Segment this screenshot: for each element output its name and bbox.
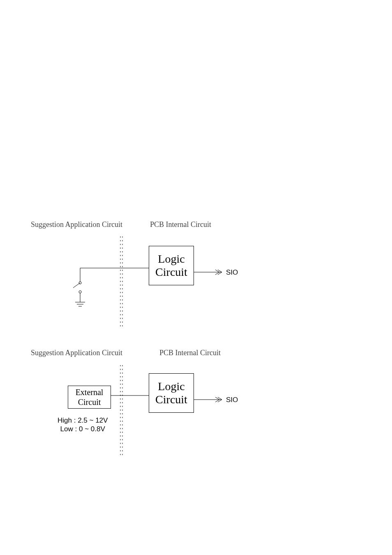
external-circuit-box: External Circuit — [68, 386, 111, 409]
logic-circuit-box-2: Logic Circuit — [149, 373, 194, 413]
label-pcb-internal-1: PCB Internal Circuit — [150, 220, 211, 229]
voltage-high: High : 2.5 ~ 12V — [58, 416, 108, 425]
diagram-svg — [0, 0, 392, 555]
wires-1 — [73, 268, 149, 306]
logic-line2-2: Circuit — [149, 393, 194, 406]
voltage-levels: High : 2.5 ~ 12V Low : 0 ~ 0.8V — [58, 416, 108, 434]
page: Suggestion Application Circuit PCB Inter… — [0, 0, 392, 555]
label-suggestion-2: Suggestion Application Circuit — [31, 349, 122, 357]
logic-line1-2: Logic — [149, 380, 194, 393]
svg-line-5 — [73, 283, 80, 288]
label-pcb-internal-2: PCB Internal Circuit — [159, 349, 221, 357]
divider-1 — [120, 236, 122, 329]
voltage-low: Low : 0 ~ 0.8V — [58, 425, 108, 433]
logic-line1-1: Logic — [149, 252, 194, 266]
logic-circuit-box-1: Logic Circuit — [149, 246, 194, 285]
output-wire-1 — [193, 270, 222, 275]
output-wire-2 — [193, 397, 222, 402]
ext-line1: External — [68, 387, 111, 397]
divider-2 — [120, 365, 122, 458]
label-suggestion-1: Suggestion Application Circuit — [31, 220, 122, 229]
svg-point-6 — [79, 291, 81, 293]
logic-line2-1: Circuit — [149, 266, 194, 279]
sio-label-1: SIO — [226, 268, 238, 277]
ext-line2: Circuit — [68, 397, 111, 407]
sio-label-2: SIO — [226, 396, 238, 404]
